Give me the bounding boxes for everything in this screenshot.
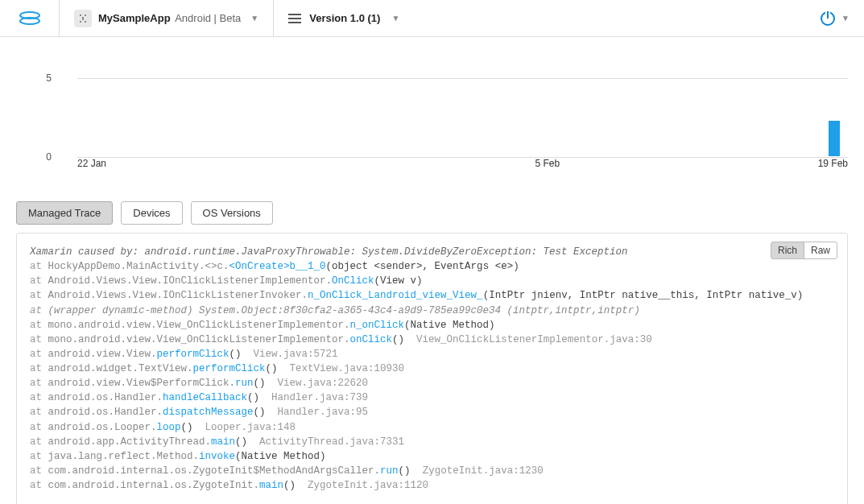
stack-trace: Xamarin caused by: android.runtime.JavaP…	[30, 245, 834, 493]
trace-line: at com.android.internal.os.ZygoteInit$Me…	[30, 464, 834, 478]
app-platform: Android | Beta	[175, 12, 241, 24]
trace-line: at android.view.View.performClick() View…	[30, 347, 834, 361]
trace-line: at mono.android.view.View_OnClickListene…	[30, 318, 834, 333]
account-menu[interactable]: ▼	[806, 11, 864, 26]
top-bar: MySampleApp Android | Beta ▼ Version 1.0…	[0, 0, 864, 37]
tab-managed-trace[interactable]: Managed Trace	[16, 201, 113, 225]
x-label-0: 22 Jan	[77, 158, 106, 169]
chevron-down-icon: ▼	[250, 14, 258, 23]
trace-line: at android.os.Handler.handleCallback() H…	[30, 390, 834, 405]
version-selector[interactable]: Version 1.0 (1) ▼	[274, 0, 414, 36]
trace-line: at com.android.internal.os.ZygoteInit.ma…	[30, 478, 834, 493]
app-name: MySampleApp	[98, 12, 171, 24]
mode-rich-button[interactable]: Rich	[771, 242, 804, 259]
menu-icon	[288, 14, 301, 23]
chart-bar-19feb	[829, 121, 840, 156]
app-icon	[74, 10, 92, 27]
chart-y-axis: 5 0	[16, 68, 60, 172]
trace-line: at (wrapper dynamic-method) System.Objec…	[30, 304, 834, 318]
trace-line: at android.widget.TextView.performClick(…	[30, 361, 834, 376]
chevron-down-icon: ▼	[391, 14, 399, 23]
power-icon	[821, 11, 835, 26]
trace-line: at mono.android.view.View_OnClickListene…	[30, 333, 834, 347]
hockeyapp-logo-icon	[19, 10, 41, 27]
version-label: Version 1.0 (1)	[309, 12, 380, 24]
y-tick-0: 0	[46, 151, 52, 163]
trace-tabs: Managed Trace Devices OS Versions	[0, 172, 864, 233]
trace-line: at android.app.ActivityThread.main() Act…	[30, 435, 834, 449]
app-selector[interactable]: MySampleApp Android | Beta ▼	[60, 0, 274, 36]
chart-plot: 22 Jan 5 Feb 19 Feb	[60, 68, 848, 172]
chevron-down-icon: ▼	[841, 14, 850, 23]
trace-mode-toggle: Rich Raw	[771, 242, 837, 259]
x-label-2: 19 Feb	[818, 158, 848, 169]
brand-logo[interactable]	[0, 0, 60, 36]
crash-chart: 5 0 22 Jan 5 Feb 19 Feb	[0, 37, 864, 172]
trace-panel: Rich Raw Xamarin caused by: android.runt…	[16, 233, 848, 504]
trace-line: at java.lang.reflect.Method.invoke(Nativ…	[30, 449, 834, 464]
trace-exception-header: Xamarin caused by: android.runtime.JavaP…	[30, 245, 834, 259]
tab-os-versions[interactable]: OS Versions	[191, 201, 273, 225]
trace-line: at android.os.Looper.loop() Looper.java:…	[30, 420, 834, 435]
trace-line: at android.view.View$PerformClick.run() …	[30, 376, 834, 390]
x-label-1: 5 Feb	[535, 158, 560, 169]
trace-line: at Android.Views.View.IOnClickListenerIn…	[30, 288, 834, 303]
trace-line: at android.os.Handler.dispatchMessage() …	[30, 405, 834, 419]
tab-devices[interactable]: Devices	[121, 201, 182, 225]
trace-line: at Android.Views.View.IOnClickListenerIm…	[30, 274, 834, 288]
trace-line: at HockyAppDemo.MainActivity.<>c.<OnCrea…	[30, 259, 834, 274]
y-tick-5: 5	[46, 72, 52, 84]
mode-raw-button[interactable]: Raw	[804, 242, 837, 259]
